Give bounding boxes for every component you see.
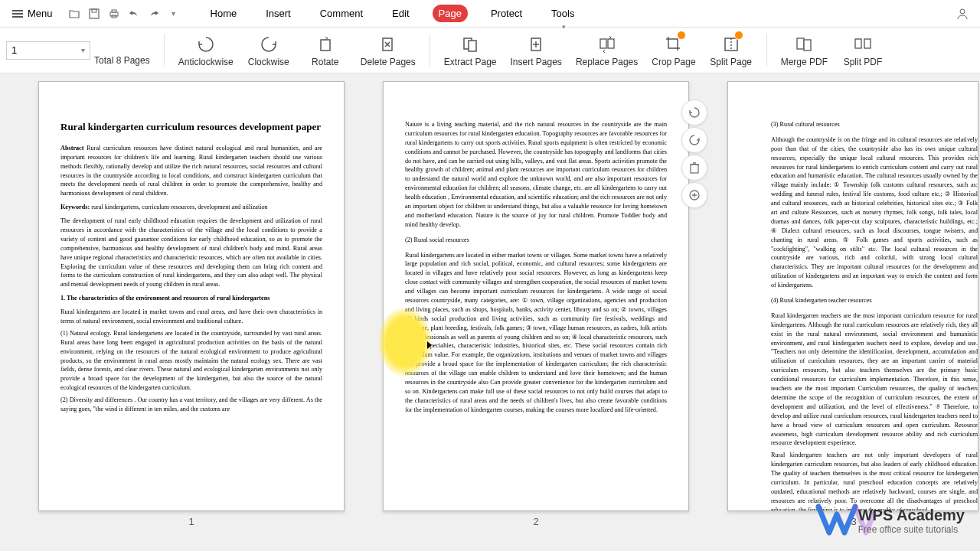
anticlockwise-button[interactable]: Anticlockwise: [178, 34, 234, 67]
page-thumbnail-1[interactable]: Rural kindergarten curriculum resources …: [38, 81, 345, 551]
page-thumbnail-3[interactable]: (3) Rural cultural resources Although th…: [727, 81, 980, 551]
svg-rect-11: [600, 39, 606, 48]
academy-title: WPS Academy: [858, 507, 965, 524]
split-page-icon: [720, 34, 742, 55]
svg-rect-9: [469, 41, 476, 51]
rotate-button[interactable]: Rotate: [304, 34, 347, 67]
merge-pdf-button[interactable]: Merge PDF: [781, 34, 828, 67]
insert-pages-button[interactable]: Insert Pages▾: [511, 34, 562, 67]
doc-title: Rural kindergarten curriculum resources …: [60, 120, 322, 135]
svg-rect-12: [608, 39, 614, 48]
split-pdf-button[interactable]: Split PDF: [841, 34, 884, 67]
user-icon[interactable]: [956, 7, 969, 21]
svg-rect-18: [691, 165, 698, 173]
split-page-button[interactable]: Split Page: [710, 34, 753, 67]
qat-dropdown-icon[interactable]: ▾: [168, 8, 180, 20]
page-number-label: 1: [38, 516, 345, 527]
cursor-icon: [427, 341, 432, 349]
page-content: Nature is a living teaching material, an…: [383, 81, 689, 511]
delete-pages-icon: [377, 34, 399, 55]
tab-page[interactable]: Page: [433, 5, 468, 22]
page-number-dropdown-icon[interactable]: ▾: [81, 46, 85, 54]
save-icon[interactable]: [88, 8, 100, 20]
extract-page-button[interactable]: Extract Page: [444, 34, 497, 67]
total-pages-label: Total 8 Pages: [94, 55, 150, 66]
tab-protect[interactable]: Protect: [485, 5, 528, 22]
crop-page-button[interactable]: Crop Page: [652, 34, 695, 67]
delete-pages-button[interactable]: Delete Pages: [361, 34, 416, 67]
svg-rect-3: [112, 10, 116, 12]
clockwise-button[interactable]: Clockwise: [247, 34, 290, 67]
svg-rect-1: [92, 9, 96, 12]
tab-tools[interactable]: Tools: [545, 5, 580, 22]
hamburger-icon: [12, 8, 23, 19]
svg-rect-16: [855, 39, 861, 48]
undo-icon[interactable]: [128, 8, 140, 20]
insert-pages-icon: [525, 34, 547, 55]
extract-page-icon: [459, 34, 481, 55]
anticlockwise-icon: [195, 34, 217, 55]
page-add-button[interactable]: [681, 182, 707, 208]
page-content: Rural kindergarten curriculum resources …: [38, 81, 345, 511]
page-rotate-cw-button[interactable]: [681, 127, 707, 153]
svg-rect-14: [797, 38, 804, 49]
wps-academy-watermark: WPS Academy Free office suite tutorials: [815, 504, 965, 537]
rotate-icon: [315, 34, 336, 55]
clockwise-icon: [258, 34, 279, 55]
menu-label: Menu: [28, 8, 53, 19]
svg-point-5: [960, 9, 965, 14]
page-rotate-ccw-button[interactable]: [681, 99, 707, 126]
page-number-label: 2: [383, 516, 689, 527]
academy-subtitle: Free office suite tutorials: [858, 524, 965, 535]
merge-pdf-icon: [793, 34, 815, 55]
page-thumbnail-2[interactable]: Nature is a living teaching material, an…: [383, 81, 689, 551]
svg-rect-15: [804, 40, 811, 51]
open-icon[interactable]: [68, 8, 80, 20]
tab-home[interactable]: Home: [204, 5, 243, 22]
tab-edit[interactable]: Edit: [386, 5, 415, 22]
page-number-input[interactable]: [6, 41, 90, 60]
page-content: (3) Rural cultural resources Although th…: [727, 81, 978, 511]
print-icon[interactable]: [108, 8, 120, 20]
svg-rect-6: [321, 40, 330, 51]
tab-comment[interactable]: Comment: [314, 5, 369, 22]
replace-pages-icon: [596, 34, 618, 55]
split-pdf-icon: [852, 34, 874, 55]
menu-button[interactable]: Menu: [6, 5, 59, 22]
wps-logo-icon: [815, 504, 849, 537]
svg-rect-17: [864, 39, 871, 48]
replace-pages-button[interactable]: Replace Pages: [576, 34, 638, 67]
tab-insert[interactable]: Insert: [260, 5, 297, 22]
svg-rect-0: [90, 9, 99, 18]
redo-icon[interactable]: [148, 8, 160, 20]
crop-page-icon: [663, 34, 684, 55]
page-delete-button[interactable]: [681, 155, 707, 181]
